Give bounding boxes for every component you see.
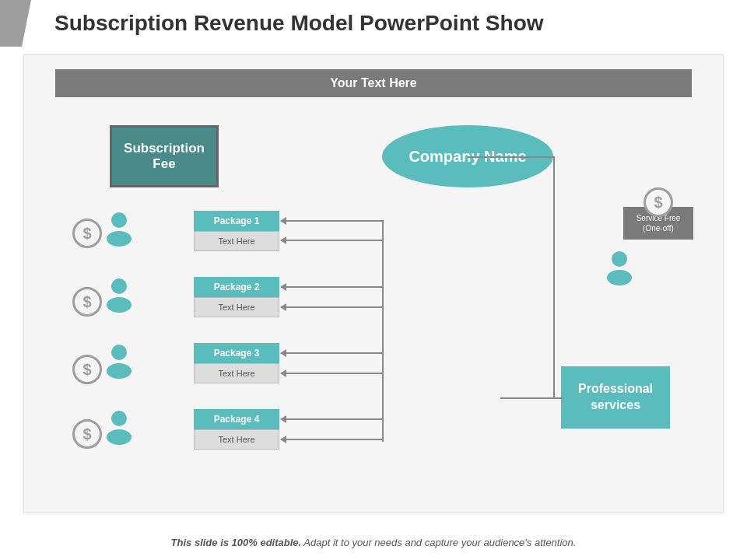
dollar-icon-3: $ (72, 355, 102, 384)
arrow-4b (281, 439, 382, 440)
subscription-fee-label: Subscription Fee (124, 141, 205, 173)
svg-point-6 (111, 411, 127, 426)
dollar-icon-2: $ (72, 287, 102, 317)
dollar-icon-1: $ (72, 219, 102, 248)
arrow-2 (281, 286, 382, 288)
h-connector-pro (500, 397, 555, 399)
svg-point-1 (107, 231, 132, 247)
header: Subscription Revenue Model PowerPoint Sh… (0, 0, 747, 47)
footer-bold: This slide is 100% editable. (171, 537, 302, 548)
arrow-2b (281, 306, 382, 308)
svg-point-3 (107, 297, 132, 313)
svg-point-0 (111, 212, 127, 228)
package-4-text: Text Here (194, 429, 279, 450)
professional-services-label: Professionalservices (578, 381, 653, 414)
arrow-3b (281, 373, 382, 374)
arrow-1b (281, 240, 382, 241)
package-4-label: Package 4 (194, 409, 279, 429)
professional-services-box: Professionalservices (561, 366, 670, 429)
page-title: Subscription Revenue Model PowerPoint Sh… (54, 11, 544, 36)
footer-normal: Adapt it to your needs and capture your … (301, 537, 576, 548)
person-icon-right (605, 250, 634, 289)
package-1-text: Text Here (194, 231, 279, 251)
banner: Your Text Here (55, 69, 692, 97)
dollar-icon-right: $ (644, 187, 673, 217)
package-3-text: Text Here (194, 363, 279, 383)
footer: This slide is 100% editable. Adapt it to… (23, 537, 724, 548)
header-accent (0, 0, 31, 47)
svg-point-7 (107, 429, 132, 445)
v-connector-right (553, 156, 555, 399)
package-3-label: Package 3 (194, 343, 279, 363)
person-icon-3 (104, 343, 134, 382)
h-connector-top-right (468, 156, 555, 158)
subscription-fee-box: Subscription Fee (110, 125, 219, 187)
svg-point-4 (111, 345, 127, 360)
person-icon-2 (104, 277, 134, 316)
v-connector-left (382, 220, 384, 442)
svg-point-2 (111, 278, 127, 294)
svg-point-9 (607, 270, 632, 285)
package-2-label: Package 2 (194, 277, 279, 297)
arrow-3 (281, 352, 382, 354)
person-icon-4 (104, 409, 134, 448)
person-icon-1 (104, 211, 134, 250)
arrow-4 (281, 418, 382, 420)
package-1-label: Package 1 (194, 211, 279, 231)
svg-point-8 (612, 251, 627, 267)
svg-point-5 (107, 363, 132, 379)
main-content-area: Your Text Here Subscription Fee Company … (23, 54, 724, 513)
package-2-text: Text Here (194, 297, 279, 317)
arrow-1 (281, 220, 382, 222)
h-line-ps-right (553, 397, 563, 399)
dollar-icon-4: $ (72, 419, 102, 449)
banner-text: Your Text Here (330, 76, 416, 90)
